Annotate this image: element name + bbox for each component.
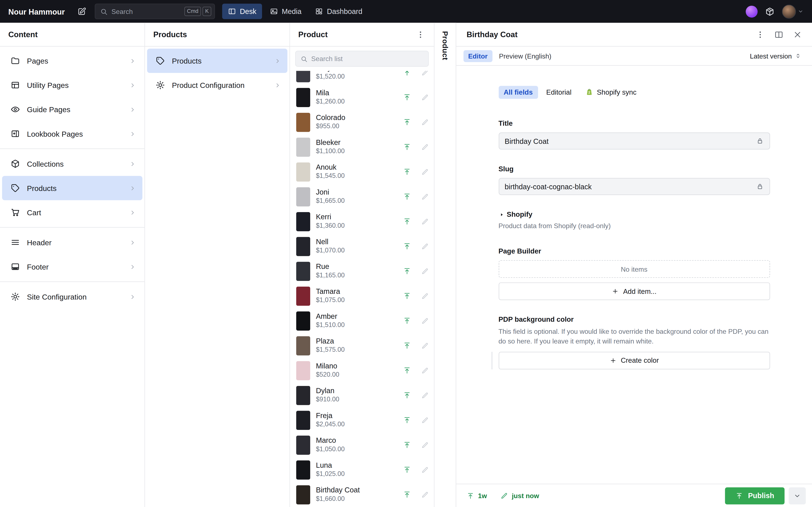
divider: [0, 227, 144, 228]
version-selector[interactable]: Latest version: [747, 50, 805, 62]
edit-pencil-icon: [421, 292, 429, 300]
published-icon: [403, 317, 411, 325]
publish-menu-button[interactable]: [789, 487, 806, 504]
sidebar-item-product-configuration[interactable]: Product Configuration: [147, 73, 288, 97]
tag-icon: [10, 183, 20, 193]
compose-button[interactable]: [74, 4, 90, 19]
product-name: Kerri: [316, 213, 397, 221]
collapsed-product-pane[interactable]: Product: [435, 23, 456, 507]
published-icon: [403, 441, 411, 449]
add-item-button[interactable]: Add item...: [498, 282, 770, 300]
sidebar-item-utility-pages[interactable]: Utility Pages: [2, 73, 143, 97]
global-search-input[interactable]: Search Cmd K: [95, 4, 215, 19]
product-row-milano[interactable]: Milano$520.00: [290, 358, 434, 383]
product-price: $1,025.00: [316, 471, 397, 478]
product-row-marco[interactable]: Marco$1,050.00: [290, 433, 434, 457]
book-icon: [10, 129, 20, 139]
field-group-shopify-sync[interactable]: Shopify sync: [580, 86, 642, 99]
list-search-input[interactable]: Search list: [295, 51, 429, 67]
pane-menu-button[interactable]: [412, 26, 428, 43]
plus-icon: [612, 288, 619, 295]
product-row-rue[interactable]: Rue$1,165.00: [290, 259, 434, 283]
sidebar-item-products[interactable]: Products: [147, 49, 288, 73]
product-row-anouk[interactable]: Anouk$1,545.00: [290, 159, 434, 184]
edit-pencil-icon: [421, 118, 429, 126]
editor-scroll[interactable]: All fieldsEditorialShopify sync Title Bi…: [456, 66, 812, 484]
user-menu[interactable]: [782, 4, 804, 18]
document-editor: Birthday Coat EditorPreview (English) La…: [456, 23, 812, 507]
sidebar-item-site-configuration[interactable]: Site Configuration: [2, 285, 143, 309]
product-meta: Tamara$1,075.00: [316, 288, 397, 304]
slug-input[interactable]: birthday-coat-cognac-black: [498, 178, 770, 195]
product-row-tamara[interactable]: Tamara$1,075.00: [290, 283, 434, 308]
product-row-kerri[interactable]: Kerri$1,360.00: [290, 209, 434, 234]
product-meta: Drey$1,520.00: [316, 71, 397, 80]
create-color-button[interactable]: Create color: [498, 352, 770, 369]
product-row-freja[interactable]: Freja$2,045.00: [290, 408, 434, 433]
sidebar-item-products[interactable]: Products: [2, 176, 143, 200]
pdp-color-control: Create color: [491, 352, 770, 369]
published-status[interactable]: 1w: [467, 492, 487, 500]
sidebar-item-guide-pages[interactable]: Guide Pages: [2, 97, 143, 121]
edit-pencil-icon: [421, 317, 429, 325]
tool-tab-desk[interactable]: Desk: [222, 4, 262, 19]
product-row-dylan[interactable]: Dylan$910.00: [290, 383, 434, 408]
divider: [0, 281, 144, 282]
field-group-all-fields[interactable]: All fields: [498, 86, 538, 99]
gear-icon: [10, 292, 20, 302]
item-label: Lookbook Pages: [27, 129, 122, 138]
product-thumbnail: [296, 88, 310, 107]
sidebar-item-pages[interactable]: Pages: [2, 49, 143, 73]
shopify-collapse-toggle[interactable]: Shopify: [498, 211, 770, 218]
sidebar-item-header[interactable]: Header: [2, 230, 143, 255]
product-row-colorado[interactable]: Colorado$955.00: [290, 110, 434, 134]
product-thumbnail: [296, 212, 310, 231]
title-input[interactable]: Birthday Coat: [498, 132, 770, 150]
close-pane-button[interactable]: [789, 26, 806, 43]
published-icon: [403, 118, 411, 126]
product-row-bleeker[interactable]: Bleeker$1,100.00: [290, 134, 434, 160]
editor-tab-editor[interactable]: Editor: [463, 50, 492, 62]
split-pane-button[interactable]: [770, 26, 787, 43]
product-row-drey[interactable]: Drey$1,520.00: [290, 71, 434, 85]
product-row-plaza[interactable]: Plaza$1,575.00: [290, 333, 434, 358]
plus-icon: [609, 357, 617, 364]
published-icon: [403, 192, 411, 201]
tool-tab-media[interactable]: Media: [264, 4, 307, 19]
package-icon[interactable]: [765, 7, 775, 16]
product-list-scroll[interactable]: Drey$1,520.00Mila$1,260.00Colorado$955.0…: [290, 71, 434, 507]
workspace-title[interactable]: Nour Hammour: [8, 7, 65, 16]
collapsed-pane-label: Product: [441, 23, 449, 60]
document-menu-button[interactable]: [752, 26, 768, 43]
sidebar-item-footer[interactable]: Footer: [2, 255, 143, 279]
chevron-down-icon: [794, 492, 801, 500]
product-row-birthday-coat[interactable]: Birthday Coat$1,660.00: [290, 482, 434, 507]
field-group-editorial[interactable]: Editorial: [541, 86, 577, 99]
product-row-amber[interactable]: Amber$1,510.00: [290, 308, 434, 333]
product-row-mila[interactable]: Mila$1,260.00: [290, 85, 434, 110]
folder-icon: [10, 56, 20, 66]
grid-icon: [10, 80, 20, 90]
item-label: Guide Pages: [27, 105, 122, 113]
product-row-joni[interactable]: Joni$1,665.00: [290, 184, 434, 209]
product-row-luna[interactable]: Luna$1,025.00: [290, 457, 434, 482]
product-row-nell[interactable]: Nell$1,070.00: [290, 234, 434, 259]
sidebar-item-collections[interactable]: Collections: [2, 152, 143, 176]
edited-time: just now: [512, 492, 539, 500]
product-meta: Kerri$1,360.00: [316, 213, 397, 229]
products-pane-header: Products: [145, 23, 290, 47]
plugin-icon[interactable]: [746, 5, 758, 17]
editor-tab-preview-english[interactable]: Preview (English): [494, 50, 556, 62]
chevron-right-icon: [129, 263, 136, 270]
publish-button[interactable]: Publish: [725, 487, 785, 504]
product-thumbnail: [296, 435, 310, 455]
edited-status[interactable]: just now: [501, 492, 539, 500]
panes: Content PagesUtility PagesGuide PagesLoo…: [0, 23, 812, 507]
edit-pencil-icon: [421, 193, 429, 201]
product-meta: Amber$1,510.00: [316, 313, 397, 329]
product-price: $1,665.00: [316, 198, 397, 205]
tool-tab-dashboard[interactable]: Dashboard: [309, 4, 368, 19]
product-name: Mila: [316, 89, 397, 97]
sidebar-item-lookbook-pages[interactable]: Lookbook Pages: [2, 122, 143, 146]
sidebar-item-cart[interactable]: Cart: [2, 200, 143, 225]
